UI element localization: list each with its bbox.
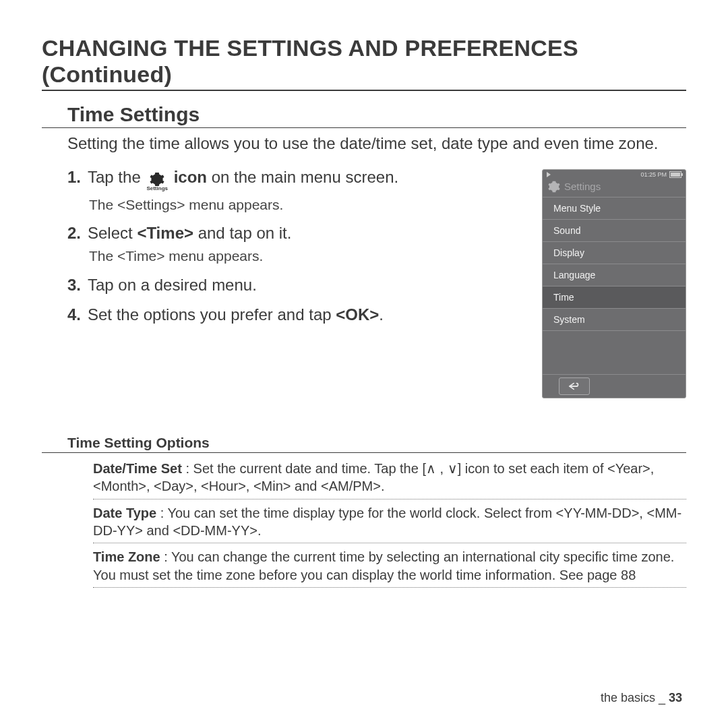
menu-item[interactable]: Sound [543,219,686,241]
battery-icon [669,171,681,178]
option-date-type: Date Type : You can set the time display… [93,504,686,544]
status-bar: 01:25 PM [543,170,686,178]
option-text: : You can change the current time by sel… [93,549,674,582]
step-1: Tap the Settings icon on the main menu s… [67,166,524,214]
menu-item[interactable]: Language [543,264,686,286]
step-text-bold: <OK> [336,305,379,324]
option-label: Date Type [93,506,156,520]
option-text: : You can set the time display type for … [93,506,681,538]
footer-section: the basics _ [601,691,669,704]
page-footer: the basics _ 33 [601,691,682,705]
play-icon [547,172,551,177]
option-text: : Set the current date and time. Tap the… [182,461,426,476]
menu-item[interactable]: Time [543,286,686,308]
step-text: and tap on it. [193,224,291,242]
screen-title: Settings [564,181,601,192]
step-text-bold: <Time> [137,224,193,242]
status-time: 01:25 PM [640,171,667,178]
settings-icon-caption: Settings [146,185,168,193]
step-text-bold: icon [174,168,207,186]
step-text: Select [88,224,137,242]
option-label: Date/Time Set [93,461,182,476]
section-title: Time Settings [42,103,686,128]
step-text: Set the options you prefer and tap [88,305,336,324]
option-date-time-set: Date/Time Set : Set the current date and… [93,460,686,499]
option-time-zone: Time Zone : You can change the current t… [93,548,686,588]
step-text: Tap the [88,168,145,186]
menu-item[interactable]: System [543,308,686,330]
option-label: Time Zone [93,549,160,564]
footer-page-number: 33 [669,691,682,704]
step-text: on the main menu screen. [207,168,398,186]
menu-item[interactable]: Menu Style [543,197,686,219]
step-2: Select <Time> and tap on it. The <Time> … [67,222,524,266]
settings-icon: Settings [146,172,168,193]
step-4: Set the options you prefer and tap <OK>. [67,304,524,326]
device-screenshot: 01:25 PM Settings Menu StyleSoundDisplay… [542,169,686,398]
screen-title-bar: Settings [543,178,686,197]
status-icon [553,172,557,177]
section-intro: Setting the time allows you to use the d… [42,133,686,154]
back-button[interactable] [559,377,590,395]
step-text: Tap on a desired menu. [88,276,257,294]
step-note: The <Time> menu appears. [89,247,524,266]
chevron-up-down-icon: ∧ , ∨ [426,461,458,476]
menu-item[interactable]: Display [543,241,686,264]
gear-icon [548,181,560,193]
step-3: Tap on a desired menu. [67,274,524,296]
status-icon [560,172,564,177]
step-note: The <Settings> menu appears. [89,195,524,214]
options-title: Time Setting Options [42,435,686,453]
step-text: . [379,305,384,324]
page-title: CHANGING THE SETTINGS AND PREFERENCES (C… [42,35,686,91]
